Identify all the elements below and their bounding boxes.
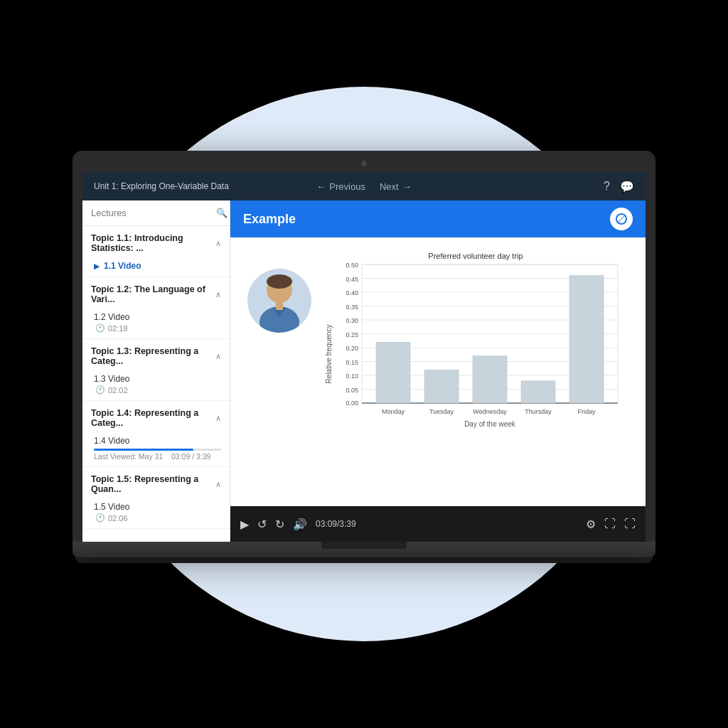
svg-text:Monday: Monday <box>382 408 405 415</box>
slide-header: Example <box>230 200 646 237</box>
item-label-1-3: 1.3 Video <box>94 374 221 384</box>
svg-text:Relative frequency: Relative frequency <box>325 325 333 384</box>
topic-group-3: Topic 1.3: Representing a Categ... ∧ 1.3… <box>82 339 230 401</box>
topic-title-4: Topic 1.4: Representing a Categ... <box>91 408 215 428</box>
topic-meta-1-3: 🕐 02:02 <box>94 385 221 395</box>
item-label-1-2: 1.2 Video <box>94 312 221 322</box>
slide-title: Example <box>243 212 296 227</box>
nav-center: ← Previous Next → <box>316 181 411 192</box>
progress-fill-4 <box>94 449 193 451</box>
laptop-body: Unit 1: Exploring One-Variable Data ← Pr… <box>73 151 655 542</box>
progress-bar-4 <box>94 449 221 451</box>
main-content: 🔍 Topic 1.1: Introducing Statistics: ...… <box>82 200 646 542</box>
svg-text:Preferred volunteer day trip: Preferred volunteer day trip <box>428 252 523 260</box>
topic-header-1[interactable]: Topic 1.1: Introducing Statistics: ... ∧ <box>82 226 230 257</box>
topic-title-5: Topic 1.5: Representing a Quan... <box>91 474 215 494</box>
video-controls: ▶ ↺ ↻ 🔊 03:09/3:39 ⚙ ⛶ ⛶ <box>230 506 646 542</box>
chart-area: Preferred volunteer day trip Relative fr… <box>230 237 646 445</box>
arrow-left-icon: ← <box>316 181 326 192</box>
chevron-icon-4: ∧ <box>215 414 221 423</box>
svg-text:Wednesday: Wednesday <box>473 408 507 415</box>
avatar <box>247 269 311 333</box>
video-area: Example <box>230 200 646 542</box>
laptop-screen: Unit 1: Exploring One-Variable Data ← Pr… <box>82 172 646 542</box>
clock-icon-5: 🕐 <box>95 513 105 523</box>
crop-icon[interactable]: ⛶ <box>604 518 616 530</box>
chevron-icon-3: ∧ <box>215 352 221 361</box>
item-label-1-1: ▶ 1.1 Video <box>94 261 221 271</box>
sidebar: 🔍 Topic 1.1: Introducing Statistics: ...… <box>82 200 230 542</box>
search-icon: 🔍 <box>216 208 228 218</box>
fullscreen-icon[interactable]: ⛶ <box>624 518 636 530</box>
topic-group-4: Topic 1.4: Representing a Categ... ∧ 1.4… <box>82 401 230 467</box>
topic-item-1-1[interactable]: ▶ 1.1 Video <box>82 257 230 277</box>
svg-text:0.40: 0.40 <box>346 289 358 296</box>
svg-rect-29 <box>376 342 410 403</box>
settings-icon[interactable]: ⚙ <box>586 518 596 531</box>
search-bar: 🔍 <box>82 200 230 226</box>
play-icon-1: ▶ <box>94 262 100 270</box>
clock-icon-2: 🕐 <box>95 323 105 333</box>
laptop: Unit 1: Exploring One-Variable Data ← Pr… <box>73 151 655 563</box>
svg-text:Friday: Friday <box>577 408 596 415</box>
svg-rect-33 <box>569 276 604 403</box>
laptop-foot <box>75 557 653 563</box>
top-nav: Unit 1: Exploring One-Variable Data ← Pr… <box>82 172 646 200</box>
topic-group-1: Topic 1.1: Introducing Statistics: ... ∧… <box>82 226 230 277</box>
svg-rect-3 <box>276 301 283 310</box>
svg-text:0.20: 0.20 <box>346 345 358 352</box>
topic-item-1-3[interactable]: 1.3 Video 🕐 02:02 <box>82 370 230 400</box>
chart-svg: Preferred volunteer day trip Relative fr… <box>323 247 628 435</box>
topic-title-3: Topic 1.3: Representing a Categ... <box>91 346 215 366</box>
chat-icon[interactable]: 💬 <box>620 180 634 193</box>
topic-header-5[interactable]: Topic 1.5: Representing a Quan... ∧ <box>82 467 230 498</box>
camera <box>361 161 367 166</box>
play-button[interactable]: ▶ <box>240 518 249 531</box>
topic-item-1-2[interactable]: 1.2 Video 🕐 02:18 <box>82 309 230 338</box>
topic-header-4[interactable]: Topic 1.4: Representing a Categ... ∧ <box>82 401 230 432</box>
prev-button[interactable]: ← Previous <box>316 181 365 192</box>
video-content: Example <box>230 200 646 506</box>
topic-meta-1-2: 🕐 02:18 <box>94 323 221 333</box>
laptop-base <box>73 542 655 557</box>
volume-icon[interactable]: 🔊 <box>293 518 307 531</box>
arrow-right-icon: → <box>402 181 412 192</box>
topic-item-1-4[interactable]: 1.4 Video Last Viewed: May 31 03:09 / 3:… <box>82 432 230 466</box>
svg-text:0.25: 0.25 <box>346 331 358 338</box>
svg-text:0.30: 0.30 <box>346 317 358 324</box>
svg-text:0.35: 0.35 <box>346 304 358 311</box>
item-label-1-4: 1.4 Video <box>94 436 221 446</box>
topic-item-1-5[interactable]: 1.5 Video 🕐 02:06 <box>82 498 230 528</box>
svg-rect-32 <box>521 381 555 403</box>
topic-header-3[interactable]: Topic 1.3: Representing a Categ... ∧ <box>82 339 230 370</box>
svg-text:0.15: 0.15 <box>346 359 358 366</box>
svg-text:0.50: 0.50 <box>346 262 358 269</box>
nav-title: Unit 1: Exploring One-Variable Data <box>94 181 316 191</box>
next-button[interactable]: Next → <box>380 181 412 192</box>
next-label: Next <box>380 181 399 192</box>
svg-text:0.45: 0.45 <box>346 276 358 283</box>
svg-text:0.00: 0.00 <box>346 400 358 407</box>
svg-point-1 <box>267 274 292 289</box>
svg-text:0.10: 0.10 <box>346 373 358 380</box>
last-viewed-4: Last Viewed: May 31 03:09 / 3:39 <box>94 452 221 461</box>
svg-text:Thursday: Thursday <box>525 408 552 415</box>
topic-header-2[interactable]: Topic 1.2: The Language of Vari... ∧ <box>82 277 230 309</box>
nav-icons: ? 💬 <box>412 180 634 193</box>
slide-logo <box>610 208 633 230</box>
chevron-icon-5: ∧ <box>215 480 221 489</box>
rewind-icon[interactable]: ↺ <box>257 518 267 531</box>
time-display: 03:09/3:39 <box>316 519 356 529</box>
prev-label: Previous <box>329 181 365 192</box>
topic-title-1: Topic 1.1: Introducing Statistics: ... <box>91 233 215 253</box>
topic-title-2: Topic 1.2: The Language of Vari... <box>91 284 215 304</box>
forward-icon[interactable]: ↻ <box>275 518 284 531</box>
svg-text:0.05: 0.05 <box>346 387 358 394</box>
search-input[interactable] <box>91 208 210 218</box>
chevron-icon-2: ∧ <box>215 290 221 299</box>
help-icon[interactable]: ? <box>604 180 610 193</box>
sidebar-content: Topic 1.1: Introducing Statistics: ... ∧… <box>82 226 230 542</box>
topic-group-5: Topic 1.5: Representing a Quan... ∧ 1.5 … <box>82 467 230 529</box>
item-label-1-5: 1.5 Video <box>94 502 221 512</box>
svg-text:Day of the week: Day of the week <box>464 420 516 428</box>
